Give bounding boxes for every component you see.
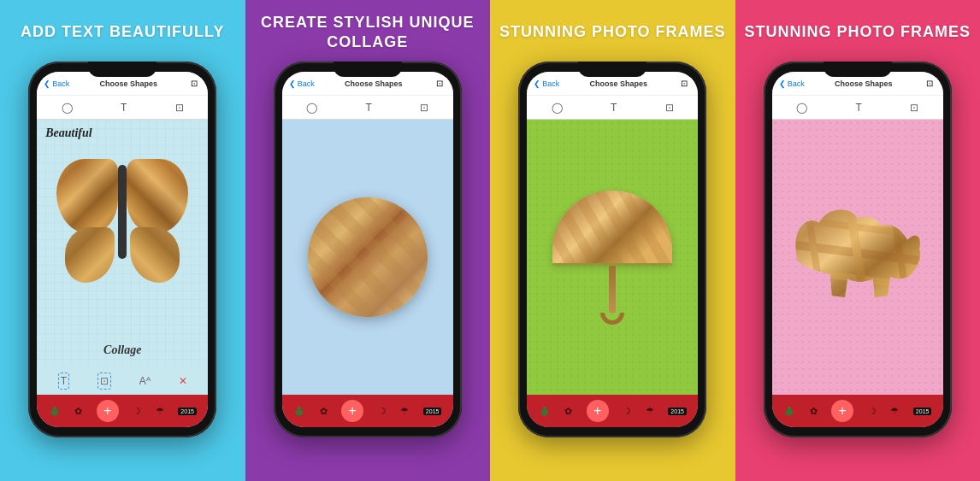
circle-texture bbox=[308, 197, 428, 317]
text-tool-3[interactable]: T bbox=[611, 102, 617, 114]
umbrella-dome bbox=[552, 191, 672, 263]
dog-collage-shape bbox=[789, 202, 926, 313]
circle-photo-collage bbox=[308, 197, 428, 317]
nav-icon-3: ⊡ bbox=[677, 77, 691, 91]
select-rect-tool[interactable]: ⊡ bbox=[97, 372, 111, 390]
back-arrow-icon-3: ❮ bbox=[534, 79, 540, 88]
panel-3-title: Stunning Photo Frames bbox=[499, 10, 726, 55]
bottom-tree-icon-3[interactable]: 🌲 bbox=[539, 406, 551, 417]
phone-notch-1 bbox=[88, 62, 156, 77]
dog-svg bbox=[789, 202, 926, 313]
back-button-1[interactable]: ❮ Back bbox=[44, 79, 69, 88]
umbrella-texture bbox=[552, 191, 672, 263]
phone-screen-3: ❮ Back Choose Shapes ⊡ ◯ T ⊡ bbox=[527, 72, 698, 427]
copy-tool-4[interactable]: ⊡ bbox=[910, 102, 918, 114]
circle-tool-3[interactable]: ◯ bbox=[552, 102, 563, 114]
toolbar-1: ◯ T ⊡ bbox=[37, 96, 208, 120]
bottom-moon-icon-4[interactable]: ☽ bbox=[868, 406, 877, 417]
bottom-umbrella-icon-4[interactable]: ☂ bbox=[890, 406, 899, 417]
panel-4-title: Stunning Photo Frames bbox=[744, 10, 971, 55]
wing-lower-right bbox=[130, 227, 180, 283]
bottom-tree-icon-4[interactable]: 🌲 bbox=[783, 406, 795, 417]
back-button-3[interactable]: ❮ Back bbox=[534, 79, 559, 88]
panel-frames-1: Stunning Photo Frames ❮ Back Choose Shap… bbox=[490, 0, 735, 481]
phone-1: ❮ Back Choose Shapes ⊡ ◯ T ⊡ Beautiful bbox=[28, 62, 216, 437]
bottom-flower-icon-4[interactable]: ✿ bbox=[810, 406, 818, 417]
back-button-4[interactable]: ❮ Back bbox=[779, 79, 805, 88]
umbrella-handle-curve bbox=[600, 313, 624, 325]
add-button-3[interactable]: + bbox=[587, 400, 609, 422]
phone-bottom-3: 🌲 ✿ + ☽ ☂ 2015 bbox=[527, 395, 698, 427]
circle-tool-4[interactable]: ◯ bbox=[796, 102, 807, 114]
delete-tool[interactable]: ✕ bbox=[179, 375, 187, 387]
phone-notch-3 bbox=[578, 62, 646, 77]
bottom-flower-icon[interactable]: ✿ bbox=[74, 406, 82, 417]
bottom-umbrella-icon[interactable]: ☂ bbox=[156, 406, 164, 417]
nav-icon-2: ⊡ bbox=[433, 77, 446, 91]
year-badge-1: 2015 bbox=[178, 408, 197, 415]
wing-upper-left bbox=[56, 159, 118, 234]
year-badge-2: 2015 bbox=[423, 408, 442, 415]
nav-icon-4: ⊡ bbox=[923, 77, 936, 91]
phone-notch-2 bbox=[334, 62, 402, 77]
year-badge-4: 2015 bbox=[913, 408, 932, 415]
text-tool-4[interactable]: T bbox=[856, 102, 862, 114]
year-badge-3: 2015 bbox=[668, 408, 687, 415]
add-button-2[interactable]: + bbox=[341, 400, 363, 422]
phone-bottom-4: 🌲 ✿ + ☽ ☂ 2015 bbox=[772, 395, 943, 427]
nav-title-2: Choose Shapes bbox=[315, 79, 433, 88]
panel-add-text: Add Text Beautifully ❮ Back Choose Shape… bbox=[0, 0, 245, 481]
butterfly-collage bbox=[50, 144, 195, 297]
bottom-moon-icon-2[interactable]: ☽ bbox=[378, 406, 387, 417]
bottom-tools-1: T ⊡ Aᴬ ✕ bbox=[37, 367, 208, 395]
wing-upper-right bbox=[127, 159, 188, 234]
beautiful-text: Beautiful bbox=[45, 126, 92, 140]
screen-content-4 bbox=[772, 120, 943, 395]
phone-bottom-2: 🌲 ✿ + ☽ ☂ 2015 bbox=[282, 395, 453, 427]
wing-lower-left bbox=[65, 227, 115, 283]
umbrella-collage-shape bbox=[552, 191, 672, 325]
nav-title-3: Choose Shapes bbox=[559, 79, 677, 88]
circle-tool-icon[interactable]: ◯ bbox=[62, 102, 73, 114]
phone-3: ❮ Back Choose Shapes ⊡ ◯ T ⊡ bbox=[518, 62, 706, 437]
bottom-moon-icon-3[interactable]: ☽ bbox=[623, 406, 631, 417]
bottom-flower-icon-2[interactable]: ✿ bbox=[320, 406, 328, 417]
bottom-moon-icon[interactable]: ☽ bbox=[133, 406, 141, 417]
font-size-tool[interactable]: Aᴬ bbox=[139, 375, 151, 387]
add-button-1[interactable]: + bbox=[97, 400, 119, 422]
copy-tool-2[interactable]: ⊡ bbox=[420, 102, 428, 114]
back-arrow-icon-4: ❮ bbox=[779, 79, 786, 88]
back-arrow-icon: ❮ bbox=[44, 79, 50, 88]
phone-2: ❮ Back Choose Shapes ⊡ ◯ T ⊡ bbox=[274, 62, 462, 437]
phone-screen-4: ❮ Back Choose Shapes ⊡ ◯ T ⊡ bbox=[772, 72, 943, 427]
text-tool-icon-t[interactable]: T bbox=[121, 102, 127, 114]
screen-content-3 bbox=[527, 120, 698, 395]
copy-tool-icon[interactable]: ⊡ bbox=[175, 102, 184, 114]
panel-2-title: Create Stylish Unique Collage bbox=[254, 10, 482, 55]
toolbar-2: ◯ T ⊡ bbox=[282, 96, 453, 120]
text-select-tool[interactable]: T bbox=[58, 372, 69, 390]
add-button-4[interactable]: + bbox=[831, 400, 853, 422]
circle-tool-2[interactable]: ◯ bbox=[306, 102, 317, 114]
umbrella-rim bbox=[552, 263, 672, 266]
panel-collage: Create Stylish Unique Collage ❮ Back Cho… bbox=[245, 0, 491, 481]
toolbar-3: ◯ T ⊡ bbox=[527, 96, 698, 120]
panel-frames-2: Stunning Photo Frames ❮ Back Choose Shap… bbox=[735, 0, 981, 481]
panel-1-title: Add Text Beautifully bbox=[21, 10, 224, 55]
phone-screen-1: ❮ Back Choose Shapes ⊡ ◯ T ⊡ Beautiful bbox=[37, 72, 208, 427]
bottom-umbrella-icon-3[interactable]: ☂ bbox=[646, 406, 654, 417]
text-tool-2[interactable]: T bbox=[366, 102, 372, 114]
umbrella-stick bbox=[609, 266, 616, 313]
collage-text: Collage bbox=[103, 343, 141, 357]
screen-content-1: Beautiful bbox=[37, 120, 208, 367]
phone-bottom-1: 🌲 ✿ + ☽ ☂ 2015 bbox=[37, 395, 208, 427]
bottom-tree-icon-2[interactable]: 🌲 bbox=[293, 406, 305, 417]
bottom-umbrella-icon-2[interactable]: ☂ bbox=[400, 406, 409, 417]
toolbar-4: ◯ T ⊡ bbox=[772, 96, 943, 120]
copy-tool-3[interactable]: ⊡ bbox=[665, 102, 674, 114]
screen-content-2 bbox=[282, 120, 453, 395]
bottom-tree-icon[interactable]: 🌲 bbox=[49, 406, 61, 417]
bottom-flower-icon-3[interactable]: ✿ bbox=[564, 406, 572, 417]
nav-icon-1: ⊡ bbox=[187, 77, 201, 91]
back-button-2[interactable]: ❮ Back bbox=[289, 79, 315, 88]
